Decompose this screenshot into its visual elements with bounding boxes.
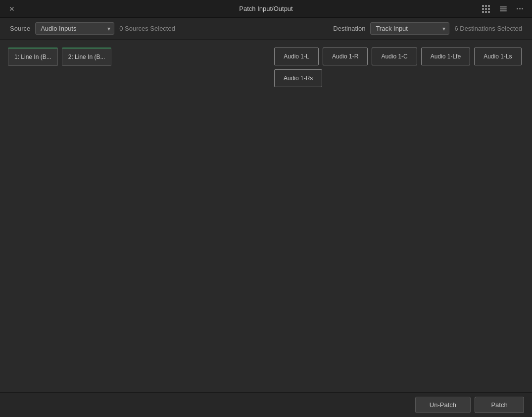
destinations-panel: Audio 1-L Audio 1-R Audio 1-C Audio 1-Lf… [266,40,532,392]
sources-grid: 1: Line In (B... 2: Line In (B... [8,48,258,66]
bottom-bar: Un-Patch Patch [0,392,532,417]
dest-item-3[interactable]: Audio 1-C [372,48,417,65]
dest-item-2[interactable]: Audio 1-R [323,48,368,65]
close-button[interactable]: ✕ [6,4,18,14]
sources-count: 0 Sources Selected [119,25,175,32]
main-content: 1: Line In (B... 2: Line In (B... Audio … [0,40,532,392]
more-options-button[interactable] [514,6,526,11]
toolbar: Source Audio Inputs MIDI Inputs Video In… [0,18,532,40]
window-title: Patch Input/Output [239,5,292,12]
source-select-wrapper: Audio Inputs MIDI Inputs Video Inputs [35,22,114,35]
dest-item-4[interactable]: Audio 1-Lfe [421,48,470,65]
source-section: Source Audio Inputs MIDI Inputs Video In… [10,22,175,35]
destination-section: Destination Track Input Track Output Bus… [333,22,522,35]
more-icon [517,8,523,9]
source-dropdown[interactable]: Audio Inputs MIDI Inputs Video Inputs [35,22,114,35]
destination-dropdown[interactable]: Track Input Track Output Bus Input [370,22,449,35]
source-label: Source [10,25,30,32]
dest-item-1[interactable]: Audio 1-L [274,48,319,65]
title-bar: ✕ Patch Input/Output [0,0,532,18]
unpatch-button[interactable]: Un-Patch [415,397,471,413]
list-view-button[interactable] [497,4,510,13]
grid-icon [482,5,490,13]
source-item-2[interactable]: 2: Line In (B... [62,48,112,66]
dest-item-5[interactable]: Audio 1-Ls [474,48,521,65]
destinations-grid: Audio 1-L Audio 1-R Audio 1-C Audio 1-Lf… [274,48,524,87]
source-item-1[interactable]: 1: Line In (B... [8,48,58,66]
title-bar-controls [479,3,526,15]
sources-panel: 1: Line In (B... 2: Line In (B... [0,40,266,392]
list-icon [500,6,507,11]
destination-label: Destination [333,25,365,32]
destination-select-wrapper: Track Input Track Output Bus Input [370,22,449,35]
destinations-count: 6 Destinations Selected [454,25,522,32]
patch-button[interactable]: Patch [475,397,524,413]
dest-item-6[interactable]: Audio 1-Rs [274,69,322,87]
grid-view-button[interactable] [479,3,493,15]
